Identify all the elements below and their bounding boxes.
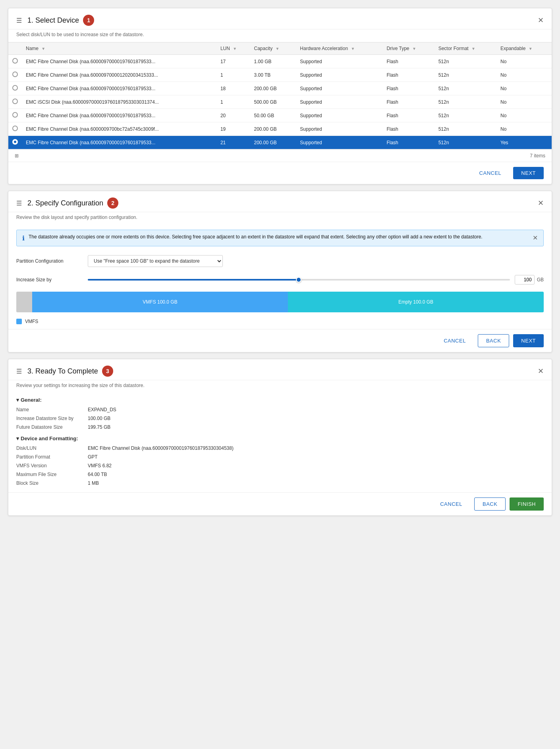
cell-capacity: 200.00 GB — [250, 82, 296, 95]
radio-button[interactable] — [12, 72, 18, 77]
legend-color-box — [16, 319, 22, 324]
increase-size-row: Increase Size by GB — [8, 271, 552, 288]
step1-next-button[interactable]: NEXT — [513, 167, 544, 179]
summary-value: 100.00 GB — [88, 416, 110, 421]
disk-legend: VMFS — [8, 319, 552, 329]
step3-back-button[interactable]: BACK — [474, 497, 506, 511]
radio-button[interactable] — [12, 112, 18, 118]
table-footer: ⊞ 7 items — [8, 149, 552, 162]
step2-cancel-button[interactable]: CANCEL — [436, 334, 474, 347]
step1-title: 1. Select Device — [27, 16, 79, 25]
step1-badge: 1 — [83, 15, 94, 26]
radio-button[interactable] — [12, 58, 18, 64]
summary-row: Disk/LUN EMC Fibre Channel Disk (naa.600… — [16, 444, 544, 453]
lun-filter-icon[interactable]: ▼ — [233, 46, 237, 51]
info-close-button[interactable]: ✕ — [533, 234, 538, 242]
cell-expandable: No — [496, 122, 552, 136]
cell-sector: 512n — [434, 109, 496, 122]
radio-cell[interactable] — [8, 109, 22, 122]
slider-input[interactable] — [515, 275, 535, 285]
th-drive-type[interactable]: Drive Type ▼ — [382, 43, 434, 55]
cell-hw-accel: Supported — [296, 122, 382, 136]
summary-value: EMC Fibre Channel Disk (naa.600009700001… — [88, 445, 234, 451]
summary-row: VMFS Version VMFS 6.82 — [16, 461, 544, 470]
disk-seg-gray — [16, 292, 32, 312]
radio-button[interactable] — [12, 139, 18, 145]
cell-drive-type: Flash — [382, 82, 434, 95]
table-row[interactable]: EMC Fibre Channel Disk (naa.600009700001… — [8, 68, 552, 82]
legend-label: VMFS — [25, 319, 38, 324]
disk-seg-empty[interactable]: Empty 100.0 GB — [288, 292, 544, 312]
radio-cell[interactable] — [8, 55, 22, 68]
radio-cell[interactable] — [8, 136, 22, 149]
th-expandable[interactable]: Expandable ▼ — [496, 43, 552, 55]
th-sector[interactable]: Sector Format ▼ — [434, 43, 496, 55]
summary-row: Increase Datastore Size by 100.00 GB — [16, 414, 544, 423]
hw-filter-icon[interactable]: ▼ — [351, 46, 355, 51]
chevron-down-icon: ▾ — [16, 397, 19, 403]
table-row[interactable]: EMC Fibre Channel Disk (naa.600009700001… — [8, 136, 552, 149]
slider-thumb[interactable] — [296, 277, 301, 283]
drive-filter-icon[interactable]: ▼ — [412, 46, 416, 51]
partition-config-row: Partition Configuration Use "Free space … — [8, 251, 552, 271]
radio-button[interactable] — [12, 85, 18, 91]
step1-actions: CANCEL NEXT — [8, 162, 552, 184]
table-row[interactable]: EMC Fibre Channel Disk (naa.6000009700bc… — [8, 122, 552, 136]
cell-lun: 17 — [216, 55, 250, 68]
cell-capacity: 200.00 GB — [250, 136, 296, 149]
th-name[interactable]: Name ▼ — [22, 43, 216, 55]
cell-drive-type: Flash — [382, 122, 434, 136]
table-row[interactable]: EMC iSCSI Disk (naa.60000970000197601879… — [8, 95, 552, 109]
th-lun[interactable]: LUN ▼ — [216, 43, 250, 55]
table-row[interactable]: EMC Fibre Channel Disk (naa.600009700001… — [8, 55, 552, 68]
columns-icon[interactable]: ⊞ — [15, 153, 19, 159]
expand-filter-icon[interactable]: ▼ — [529, 46, 533, 51]
step2-title: 2. Specify Configuration — [27, 199, 103, 207]
sector-filter-icon[interactable]: ▼ — [471, 46, 475, 51]
summary-row: Future Datastore Size 199.75 GB — [16, 423, 544, 432]
cell-expandable: No — [496, 68, 552, 82]
step2-close-button[interactable]: ✕ — [538, 199, 544, 207]
summary-value: 199.75 GB — [88, 424, 110, 430]
radio-cell[interactable] — [8, 122, 22, 136]
table-row[interactable]: EMC Fibre Channel Disk (naa.600009700001… — [8, 109, 552, 122]
capacity-filter-icon[interactable]: ▼ — [276, 46, 280, 51]
step1-cancel-button[interactable]: CANCEL — [471, 167, 510, 179]
step3-badge: 3 — [102, 366, 113, 377]
cell-drive-type: Flash — [382, 68, 434, 82]
step3-cancel-button[interactable]: CANCEL — [432, 497, 470, 511]
cell-lun: 21 — [216, 136, 250, 149]
th-hw-accel[interactable]: Hardware Acceleration ▼ — [296, 43, 382, 55]
general-group-title: ▾ General: — [16, 393, 544, 405]
cell-expandable: No — [496, 95, 552, 109]
radio-button[interactable] — [12, 99, 18, 104]
name-filter-icon[interactable]: ▼ — [41, 46, 45, 51]
cell-lun: 1 — [216, 95, 250, 109]
th-capacity[interactable]: Capacity ▼ — [250, 43, 296, 55]
step2-next-button[interactable]: NEXT — [513, 334, 544, 347]
cell-expandable: No — [496, 55, 552, 68]
cell-name: EMC Fibre Channel Disk (naa.600009700001… — [22, 68, 216, 82]
radio-cell[interactable] — [8, 82, 22, 95]
device-title: Device and Formatting: — [21, 435, 78, 441]
radio-cell[interactable] — [8, 68, 22, 82]
step3-close-button[interactable]: ✕ — [538, 368, 544, 375]
partition-select[interactable]: Use "Free space 100 GB" to expand the da… — [88, 255, 223, 267]
step1-close-button[interactable]: ✕ — [538, 17, 544, 24]
radio-cell[interactable] — [8, 95, 22, 109]
device-table: Name ▼ LUN ▼ Capacity ▼ Hardware Acceler… — [8, 42, 552, 149]
table-row[interactable]: EMC Fibre Channel Disk (naa.600009700001… — [8, 82, 552, 95]
radio-button[interactable] — [12, 126, 18, 131]
cell-name: EMC Fibre Channel Disk (naa.600009700001… — [22, 55, 216, 68]
cell-sector: 512n — [434, 68, 496, 82]
cell-lun: 1 — [216, 68, 250, 82]
table-header-row: Name ▼ LUN ▼ Capacity ▼ Hardware Acceler… — [8, 43, 552, 55]
slider-track[interactable] — [88, 279, 510, 281]
info-box: ℹ The datastore already occupies one or … — [16, 230, 544, 246]
device-table-container: Name ▼ LUN ▼ Capacity ▼ Hardware Acceler… — [8, 42, 552, 149]
device-group-title: ▾ Device and Formatting: — [16, 432, 544, 444]
step2-back-button[interactable]: BACK — [478, 334, 509, 347]
cell-expandable: No — [496, 82, 552, 95]
step3-title: 3. Ready To Complete — [27, 367, 98, 375]
step3-finish-button[interactable]: FINISH — [510, 497, 544, 511]
